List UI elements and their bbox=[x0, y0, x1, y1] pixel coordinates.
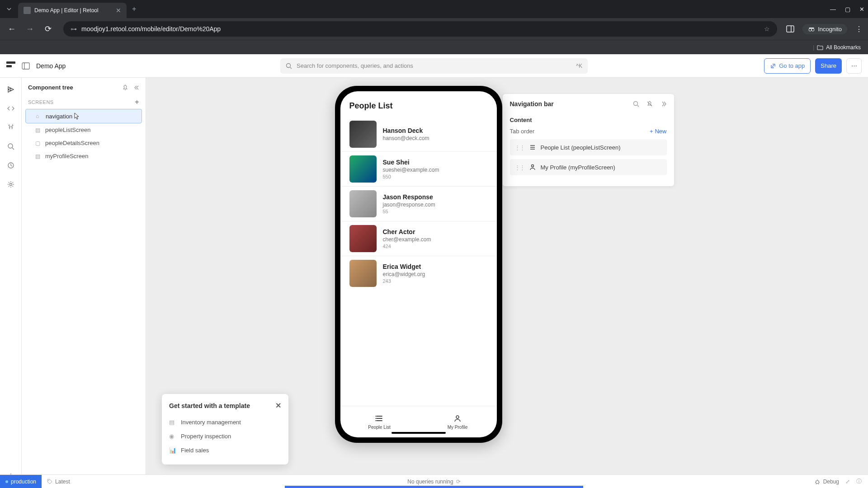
tab-title: Demo App | Editor | Retool bbox=[34, 7, 99, 14]
reload-button[interactable]: ⟳ bbox=[42, 24, 54, 34]
person-name: Erica Widget bbox=[383, 263, 425, 270]
drag-handle-icon[interactable]: ⋮⋮ bbox=[514, 144, 524, 151]
state-icon[interactable] bbox=[6, 123, 15, 132]
browser-tab-strip: Demo App | Editor | Retool ✕ + — ▢ ✕ bbox=[0, 0, 868, 18]
person-name: Sue Shei bbox=[383, 159, 439, 166]
person-email: hanson@deck.com bbox=[383, 135, 429, 141]
component-tree-icon[interactable] bbox=[6, 85, 15, 94]
app-body: Component tree SCREENS + ⌂navigation▤peo… bbox=[0, 78, 868, 488]
close-icon[interactable]: ✕ bbox=[275, 401, 281, 410]
template-option[interactable]: ▤Inventory management bbox=[169, 415, 281, 429]
svg-point-16 bbox=[48, 480, 49, 481]
link-icon bbox=[770, 63, 776, 69]
person-row[interactable]: Jason Response jason@response.com 55 bbox=[340, 186, 497, 221]
environment-badge[interactable]: production bbox=[0, 475, 42, 488]
person-number: 243 bbox=[383, 278, 425, 284]
screen-type-icon: ▤ bbox=[35, 127, 42, 133]
retool-logo[interactable] bbox=[6, 61, 15, 70]
left-rail bbox=[0, 78, 22, 488]
refresh-icon[interactable]: ⟳ bbox=[456, 479, 461, 485]
template-icon: 📊 bbox=[169, 447, 176, 454]
search-rail-icon[interactable] bbox=[6, 142, 15, 151]
url-text: moodjoy1.retool.com/mobile/editor/Demo%2… bbox=[81, 25, 221, 33]
person-icon bbox=[453, 414, 462, 423]
person-name: Jason Response bbox=[383, 193, 435, 201]
history-icon[interactable] bbox=[6, 161, 15, 170]
collapse-sidebar-icon[interactable] bbox=[133, 84, 139, 91]
browser-tab[interactable]: Demo App | Editor | Retool ✕ bbox=[18, 3, 127, 18]
person-row[interactable]: Cher Actor cher@example.com 424 bbox=[340, 221, 497, 256]
maximize-window-icon[interactable]: ▢ bbox=[845, 6, 850, 13]
drag-handle-icon[interactable]: ⋮⋮ bbox=[514, 164, 524, 171]
more-menu-button[interactable]: ⋯ bbox=[846, 58, 862, 74]
toggle-left-panel-icon[interactable] bbox=[22, 62, 30, 70]
new-tab-button[interactable]: + bbox=[132, 5, 136, 13]
screen-item-navigation[interactable]: ⌂navigation bbox=[25, 109, 142, 123]
svg-line-7 bbox=[290, 67, 292, 69]
tag-icon bbox=[47, 479, 52, 484]
person-name: Cher Actor bbox=[383, 228, 431, 235]
go-to-app-button[interactable]: Go to app bbox=[764, 58, 811, 74]
person-row[interactable]: Sue Shei sueshei@example.com 550 bbox=[340, 151, 497, 186]
app-container: Demo App Search for components, queries,… bbox=[0, 54, 868, 488]
debug-button[interactable]: Debug bbox=[814, 479, 839, 485]
svg-point-13 bbox=[633, 102, 637, 106]
version-selector[interactable]: Latest bbox=[42, 479, 75, 485]
screen-title: People List bbox=[340, 91, 497, 117]
expand-inspector-icon[interactable] bbox=[660, 100, 667, 108]
avatar bbox=[349, 121, 377, 148]
tab-list-dropdown[interactable] bbox=[4, 4, 14, 14]
tab-order-item[interactable]: ⋮⋮People List (peopleListScreen) bbox=[510, 139, 667, 155]
all-bookmarks-link[interactable]: All Bookmarks bbox=[826, 44, 861, 51]
forward-button[interactable]: → bbox=[24, 24, 36, 34]
bookmarks-bar: | All Bookmarks bbox=[0, 40, 868, 54]
screen-item-peopleListScreen[interactable]: ▤peopleListScreen bbox=[25, 123, 142, 136]
tab-favicon bbox=[24, 7, 31, 14]
template-option[interactable]: 📊Field sales bbox=[169, 443, 281, 457]
component-tree-sidebar: Component tree SCREENS + ⌂navigation▤peo… bbox=[22, 78, 146, 488]
footer-info-icon[interactable]: ⓘ bbox=[856, 478, 862, 485]
content-section-title: Content bbox=[510, 117, 667, 123]
pin-icon[interactable] bbox=[122, 84, 128, 91]
share-button[interactable]: Share bbox=[815, 58, 842, 74]
phone-screen: People List Hanson Deck hanson@deck.com … bbox=[340, 91, 497, 437]
tab-order-label: Tab order bbox=[510, 128, 535, 135]
template-popup: Get started with a template ✕ ▤Inventory… bbox=[162, 394, 288, 465]
code-icon[interactable] bbox=[6, 104, 15, 113]
env-dot-icon bbox=[5, 480, 8, 483]
svg-point-3 bbox=[811, 28, 814, 31]
footer-expand-icon[interactable]: ⤢ bbox=[845, 479, 850, 485]
person-row[interactable]: Hanson Deck hanson@deck.com bbox=[340, 117, 497, 151]
browser-toolbar: ← → ⟳ ⊶ moodjoy1.retool.com/mobile/edito… bbox=[0, 18, 868, 40]
close-tab-icon[interactable]: ✕ bbox=[116, 7, 121, 14]
settings-icon[interactable] bbox=[6, 180, 15, 189]
browser-menu-icon[interactable]: ⋮ bbox=[855, 25, 863, 33]
person-email: erica@widget.org bbox=[383, 271, 425, 277]
avatar bbox=[349, 155, 377, 183]
template-popup-title: Get started with a template bbox=[169, 402, 250, 409]
address-bar[interactable]: ⊶ moodjoy1.retool.com/mobile/editor/Demo… bbox=[63, 21, 777, 37]
unpin-icon[interactable] bbox=[646, 100, 653, 108]
tab-order-item[interactable]: ⋮⋮My Profile (myProfileScreen) bbox=[510, 159, 667, 175]
template-option[interactable]: ◉Property inspection bbox=[169, 429, 281, 443]
back-button[interactable]: ← bbox=[5, 24, 18, 34]
new-tab-order-button[interactable]: + New bbox=[650, 128, 667, 135]
add-screen-button[interactable]: + bbox=[135, 98, 139, 106]
screen-type-icon: ▢ bbox=[35, 140, 42, 146]
incognito-label: Incognito bbox=[818, 26, 842, 33]
bookmark-star-icon[interactable]: ☆ bbox=[764, 25, 770, 33]
svg-line-9 bbox=[12, 148, 14, 150]
person-number: 55 bbox=[383, 209, 435, 214]
screen-type-icon: ▤ bbox=[35, 153, 42, 160]
svg-line-14 bbox=[637, 105, 639, 107]
inspector-search-icon[interactable] bbox=[632, 100, 640, 108]
omnibox-search[interactable]: Search for components, queries, and acti… bbox=[280, 58, 588, 74]
site-info-icon[interactable]: ⊶ bbox=[71, 25, 77, 33]
side-panel-icon[interactable] bbox=[786, 25, 794, 33]
person-row[interactable]: Erica Widget erica@widget.org 243 bbox=[340, 256, 497, 291]
close-window-icon[interactable]: ✕ bbox=[859, 6, 864, 13]
screen-item-peopleDetailsScreen[interactable]: ▢peopleDetailsScreen bbox=[25, 136, 142, 150]
screen-item-myProfileScreen[interactable]: ▤myProfileScreen bbox=[25, 150, 142, 163]
minimize-window-icon[interactable]: — bbox=[830, 6, 836, 13]
search-shortcut: ^K bbox=[576, 63, 582, 69]
